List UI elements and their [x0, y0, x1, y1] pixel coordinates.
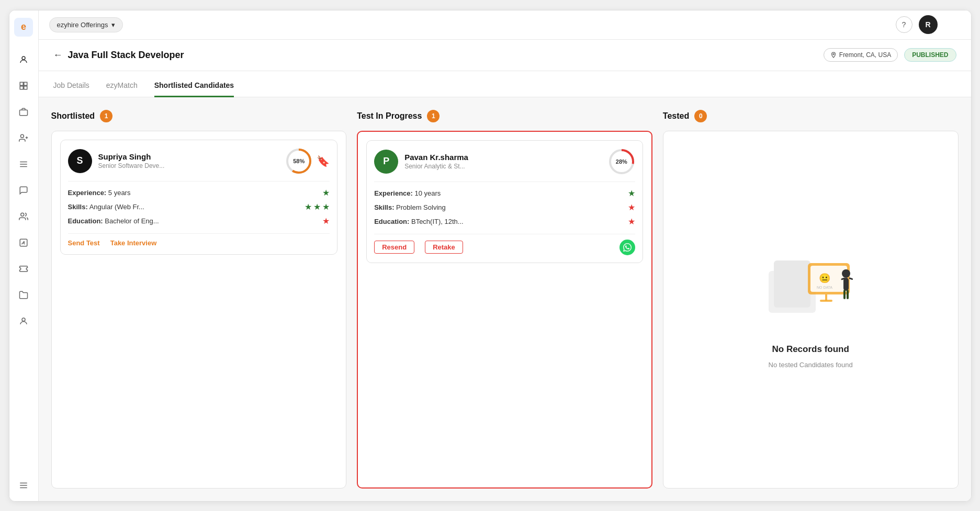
sidebar-icon-people[interactable] [15, 208, 32, 225]
topbar-left: ezyhire Offerings ▾ [49, 17, 123, 32]
score-wrap-s: 58% 🔖 [285, 147, 330, 175]
shortlisted-body: S Supriya Singh Senior Software Deve... [51, 131, 347, 489]
svg-rect-32 [843, 278, 849, 291]
tab-job-details[interactable]: Job Details [53, 75, 89, 97]
star1: ★ [322, 188, 330, 198]
svg-point-0 [22, 56, 25, 60]
candidate-role-s: Senior Software Deve... [98, 162, 279, 169]
test-in-progress-count: 1 [427, 110, 440, 122]
sidebar-icon-person[interactable] [15, 313, 32, 330]
dropdown-chevron: ▾ [111, 21, 115, 29]
svg-rect-5 [20, 110, 28, 116]
experience-stars-s: ★ [322, 188, 330, 198]
main-content: ezyhire Offerings ▾ ? R ← Java Full Stac… [39, 10, 971, 501]
education-stars-p: ★ [628, 217, 635, 226]
tested-column-header: Tested 0 [663, 110, 959, 122]
detail-experience-s: Experience: 5 years ★ [68, 188, 330, 198]
skills-label-p: Skills: Problem Solving [374, 203, 446, 211]
sidebar-menu-icon[interactable] [15, 477, 32, 494]
education-label-s: Education: Bachelor of Eng... [68, 217, 159, 225]
shortlisted-candidate-card: S Supriya Singh Senior Software Deve... [60, 140, 338, 255]
bookmark-icon-s[interactable]: 🔖 [317, 155, 330, 167]
retake-button[interactable]: Retake [425, 241, 463, 254]
no-records: 😐 NO DATA [672, 140, 950, 480]
skills-stars-s: ★ ★ ★ [305, 202, 330, 212]
education-stars-s: ★ [322, 216, 330, 226]
sidebar-icon-chat[interactable] [15, 182, 32, 199]
experience-label-s: Experience: 5 years [68, 189, 131, 197]
page-header-right: Fremont, CA, USA PUBLISHED [824, 48, 956, 62]
svg-point-18 [833, 53, 835, 55]
sidebar-icon-chart[interactable] [15, 234, 32, 251]
shortlisted-title: Shortlisted [51, 111, 95, 121]
user-avatar[interactable]: R [919, 15, 938, 34]
detail-education-p: Education: BTech(IT), 12th... ★ [374, 217, 635, 226]
app-logo[interactable]: e [14, 18, 33, 37]
star1: ★ [628, 217, 635, 226]
resend-button[interactable]: Resend [374, 241, 414, 254]
offerings-dropdown[interactable]: ezyhire Offerings ▾ [49, 17, 123, 32]
tested-body: 😐 NO DATA [663, 131, 959, 489]
svg-text:😐: 😐 [819, 272, 831, 284]
skills-label-s: Skills: Angular (Web Fr... [68, 203, 144, 211]
take-interview-button[interactable]: Take Interview [110, 239, 157, 247]
sidebar-icon-ticket[interactable] [15, 260, 32, 277]
sidebar-icon-grid[interactable] [15, 77, 32, 94]
topbar-right: ? R [896, 15, 961, 34]
test-in-progress-body: P Pavan Kr.sharma Senior Analytic & St..… [357, 131, 652, 489]
svg-rect-24 [774, 260, 810, 308]
detail-skills-s: Skills: Angular (Web Fr... ★ ★ ★ [68, 202, 330, 212]
sidebar-icon-folder[interactable] [15, 287, 32, 303]
sidebar: e [9, 10, 39, 501]
sidebar-icon-user[interactable] [15, 51, 32, 68]
candidate-role-p: Senior Analytic & St... [404, 163, 602, 170]
score-wrap-p: 28% [608, 148, 635, 175]
svg-point-6 [20, 134, 24, 138]
candidate-name-p: Pavan Kr.sharma [404, 153, 602, 162]
no-records-subtitle: No tested Candidates found [769, 361, 853, 369]
page-header: ← Java Full Stack Developer Fremont, CA,… [39, 40, 971, 71]
shortlisted-column: Shortlisted 1 S Supriya Singh Senior Sof… [51, 110, 347, 489]
svg-rect-30 [820, 300, 832, 302]
location-text: Fremont, CA, USA [839, 51, 891, 59]
tested-count: 0 [694, 110, 707, 122]
sidebar-icon-adduser[interactable] [15, 130, 32, 146]
svg-rect-36 [847, 290, 849, 299]
shortlisted-column-header: Shortlisted 1 [51, 110, 347, 122]
candidate-info-p: Pavan Kr.sharma Senior Analytic & St... [404, 153, 602, 170]
published-badge: PUBLISHED [904, 48, 956, 62]
svg-rect-3 [20, 86, 23, 89]
test-in-progress-header: Test In Progress 1 [357, 110, 652, 122]
skills-stars-p: ★ [628, 202, 635, 212]
score-circle-s: 58% [285, 147, 312, 175]
experience-stars-p: ★ [628, 188, 635, 198]
tab-ezymatch[interactable]: ezyMatch [106, 75, 138, 97]
score-text-p: 28% [616, 158, 627, 165]
sidebar-icon-list[interactable] [15, 156, 32, 173]
svg-rect-4 [24, 86, 27, 89]
back-button[interactable]: ← [53, 50, 63, 61]
candidate-avatar-p: P [374, 150, 398, 174]
star3: ★ [322, 202, 330, 212]
whatsapp-button[interactable] [619, 240, 635, 255]
candidate-info-s: Supriya Singh Senior Software Deve... [98, 152, 279, 169]
tested-column: Tested 0 😐 [663, 110, 959, 489]
detail-education-s: Education: Bachelor of Eng... ★ [68, 216, 330, 226]
tab-shortlisted-candidates[interactable]: Shortlisted Candidates [154, 75, 234, 97]
star1: ★ [628, 188, 635, 198]
columns-container: Shortlisted 1 S Supriya Singh Senior Sof… [39, 97, 971, 501]
no-records-title: No Records found [772, 344, 849, 355]
star1: ★ [628, 202, 635, 212]
experience-label-p: Experience: 10 years [374, 189, 441, 197]
help-button[interactable]: ? [896, 16, 913, 33]
send-test-button[interactable]: Send Test [68, 239, 100, 247]
star2: ★ [313, 202, 321, 212]
star1: ★ [322, 216, 330, 226]
svg-rect-35 [843, 290, 846, 299]
candidate-name-s: Supriya Singh [98, 152, 279, 161]
card-top-shortlisted: S Supriya Singh Senior Software Deve... [68, 147, 330, 181]
location-badge: Fremont, CA, USA [824, 48, 898, 62]
sidebar-icon-briefcase[interactable] [15, 104, 32, 120]
tested-title: Tested [663, 111, 689, 121]
score-text-s: 58% [293, 158, 305, 164]
